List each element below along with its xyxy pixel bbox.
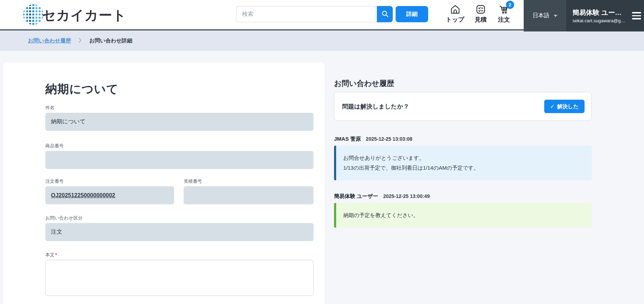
order-number-group: 注文番号 OJ202512250000000002 bbox=[45, 179, 174, 204]
history-title: お問い合わせ履歴 bbox=[334, 79, 592, 88]
home-icon bbox=[450, 3, 461, 15]
nav-item-quote[interactable]: 見積 bbox=[473, 3, 488, 24]
inquiry-category-label: お問い合わせ区分 bbox=[45, 215, 314, 221]
resolve-card: 問題は解決しましたか？ ✓ 解決した bbox=[334, 92, 592, 121]
message-bubble-user: 納期の予定を教えてください。 bbox=[334, 203, 592, 228]
order-number-label: 注文番号 bbox=[45, 179, 174, 184]
language-label: 日本語 bbox=[533, 12, 550, 19]
message-timestamp: 2025-12-25 13:00:49 bbox=[383, 193, 430, 199]
message-line: 1/13の出荷予定で、御社到着日は1/14のAMの予定です。 bbox=[343, 163, 585, 173]
user-email: sekai.cart.sugawara@g… bbox=[573, 18, 625, 23]
checklist-icon bbox=[475, 3, 486, 15]
message-header: JMAS 菅原 2025-12-25 13:03:08 bbox=[334, 136, 592, 142]
message-line: 納期の予定を教えてください。 bbox=[343, 210, 585, 220]
inquiry-history-panel: お問い合わせ履歴 問題は解決しましたか？ ✓ 解決した JMAS 菅原 2025… bbox=[334, 79, 592, 228]
search-button[interactable] bbox=[377, 6, 393, 22]
required-asterisk: * bbox=[55, 252, 57, 257]
inquiry-category-group: お問い合わせ区分 注文 bbox=[45, 215, 314, 241]
quote-number-label: 見積番号 bbox=[184, 179, 314, 184]
cart-count-badge: 2 bbox=[506, 1, 514, 9]
message-bubble-staff: お問合せありがとうございます。 1/13の出荷予定で、御社到着日は1/14のAM… bbox=[334, 146, 592, 180]
page-title: 納期について bbox=[45, 81, 314, 97]
logo-text: セカイカート bbox=[42, 6, 126, 24]
cart-icon: 2 bbox=[499, 3, 510, 15]
body-textarea[interactable] bbox=[45, 260, 314, 296]
user-menu[interactable]: 簡易体験 ユー… sekai.cart.sugawara@g… bbox=[566, 0, 644, 31]
breadcrumb-chevron-icon bbox=[77, 37, 83, 44]
search-icon bbox=[381, 10, 389, 19]
subject-group: 件名 納期について bbox=[45, 105, 314, 131]
inquiry-category-field: 注文 bbox=[45, 223, 314, 241]
user-name: 簡易体験 ユー… bbox=[573, 8, 625, 17]
logo-globe-icon bbox=[22, 4, 44, 27]
chevron-down-icon bbox=[554, 15, 557, 17]
main-content: 納期について 件名 納期について 商品番号 注文番号 OJ20251225000… bbox=[0, 51, 644, 303]
body-label: 本文* bbox=[45, 252, 314, 257]
product-number-label: 商品番号 bbox=[45, 143, 314, 148]
logo[interactable]: セカイカート bbox=[22, 4, 126, 27]
order-number-field: OJ202512250000000002 bbox=[45, 186, 174, 204]
search-group: 詳細 bbox=[236, 6, 428, 22]
order-number-link[interactable]: OJ202512250000000002 bbox=[51, 192, 115, 199]
message-timestamp: 2025-12-25 13:03:08 bbox=[366, 136, 413, 142]
nav-item-order[interactable]: 2 注文 bbox=[497, 3, 511, 24]
product-number-group: 商品番号 bbox=[45, 143, 314, 169]
product-number-field bbox=[45, 151, 314, 169]
breadcrumb: お問い合わせ履歴 お問い合わせ詳細 bbox=[0, 30, 644, 51]
hamburger-menu-icon[interactable] bbox=[631, 11, 642, 21]
quote-number-group: 見積番号 bbox=[184, 179, 314, 204]
app-header: セカイカート 詳細 トップ bbox=[0, 0, 644, 30]
inquiry-detail-card: 納期について 件名 納期について 商品番号 注文番号 OJ20251225000… bbox=[3, 63, 324, 304]
language-selector[interactable]: 日本語 bbox=[524, 0, 566, 31]
message-line: お問合せありがとうございます。 bbox=[343, 153, 585, 163]
header-nav: トップ 見積 2 bbox=[446, 3, 511, 24]
subject-label: 件名 bbox=[45, 105, 314, 110]
quote-number-field bbox=[184, 186, 314, 204]
message-author: JMAS 菅原 bbox=[334, 136, 361, 142]
message-author: 簡易体験 ユーザー bbox=[334, 193, 378, 200]
search-detail-button[interactable]: 詳細 bbox=[396, 6, 428, 22]
check-icon: ✓ bbox=[550, 103, 555, 110]
breadcrumb-current-page: お問い合わせ詳細 bbox=[89, 37, 132, 44]
subject-field: 納期について bbox=[45, 113, 314, 131]
nav-item-top[interactable]: トップ bbox=[446, 3, 464, 24]
message-header: 簡易体験 ユーザー 2025-12-25 13:00:49 bbox=[334, 193, 592, 200]
body-group: 本文* bbox=[45, 252, 314, 297]
resolve-question: 問題は解決しましたか？ bbox=[342, 103, 409, 111]
resolve-button[interactable]: ✓ 解決した bbox=[544, 100, 585, 113]
search-input[interactable] bbox=[236, 6, 377, 22]
user-panel: 日本語 簡易体験 ユー… sekai.cart.sugawara@g… bbox=[524, 0, 644, 31]
breadcrumb-link-history[interactable]: お問い合わせ履歴 bbox=[28, 37, 71, 44]
